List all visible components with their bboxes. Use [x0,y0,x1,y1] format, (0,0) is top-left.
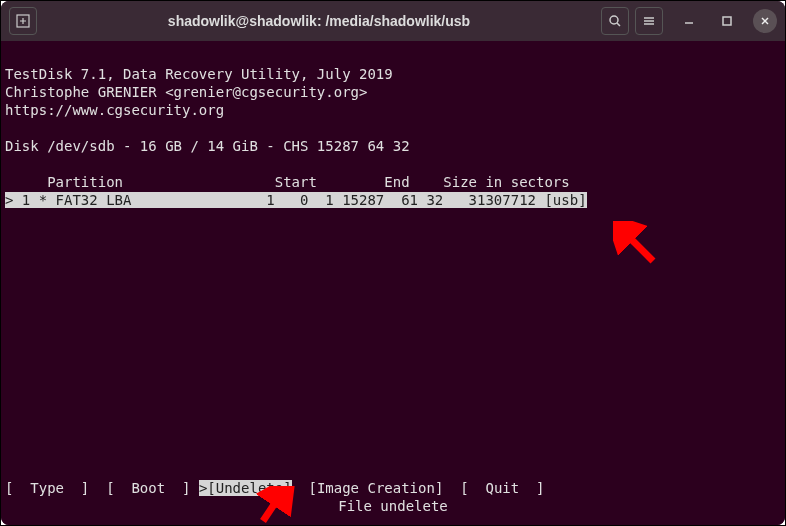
program-line-3: https://www.cgsecurity.org [5,102,224,118]
menu-hint: File undelete [1,497,785,515]
maximize-button[interactable] [715,9,739,33]
partition-row-selected[interactable]: > 1 * FAT32 LBA 1 0 1 15287 61 32 313077… [5,192,587,208]
minimize-button[interactable] [677,9,701,33]
search-button[interactable] [601,7,629,35]
menu-prefix[interactable]: [ Type ] [ Boot ] [5,480,199,496]
close-icon [759,15,771,27]
window-title: shadowlik@shadowlik: /media/shadowlik/us… [45,13,593,29]
terminal-window: shadowlik@shadowlik: /media/shadowlik/us… [1,1,785,525]
terminal-content[interactable]: TestDisk 7.1, Data Recovery Utility, Jul… [1,41,785,525]
menu-suffix[interactable]: [Image Creation] [ Quit ] [292,480,545,496]
svg-rect-9 [723,17,731,25]
minimize-icon [683,15,695,27]
menu-row: [ Type ] [ Boot ] >[Undelete] [Image Cre… [5,479,544,497]
maximize-icon [721,15,733,27]
new-tab-icon [16,14,30,28]
disk-info: Disk /dev/sdb - 16 GB / 14 GiB - CHS 152… [5,138,410,154]
close-button[interactable] [753,9,777,33]
svg-line-4 [617,23,620,26]
new-tab-button[interactable] [9,7,37,35]
hamburger-icon [642,14,656,28]
titlebar-right [601,7,777,35]
menu-undelete-selected[interactable]: >[Undelete] [199,480,292,496]
menu-button[interactable] [635,7,663,35]
program-line-2: Christophe GRENIER <grenier@cgsecurity.o… [5,84,367,100]
search-icon [608,14,622,28]
program-line-1: TestDisk 7.1, Data Recovery Utility, Jul… [5,66,393,82]
partition-header: Partition Start End Size in sectors [5,174,570,190]
titlebar: shadowlik@shadowlik: /media/shadowlik/us… [1,1,785,41]
svg-point-3 [610,16,618,24]
